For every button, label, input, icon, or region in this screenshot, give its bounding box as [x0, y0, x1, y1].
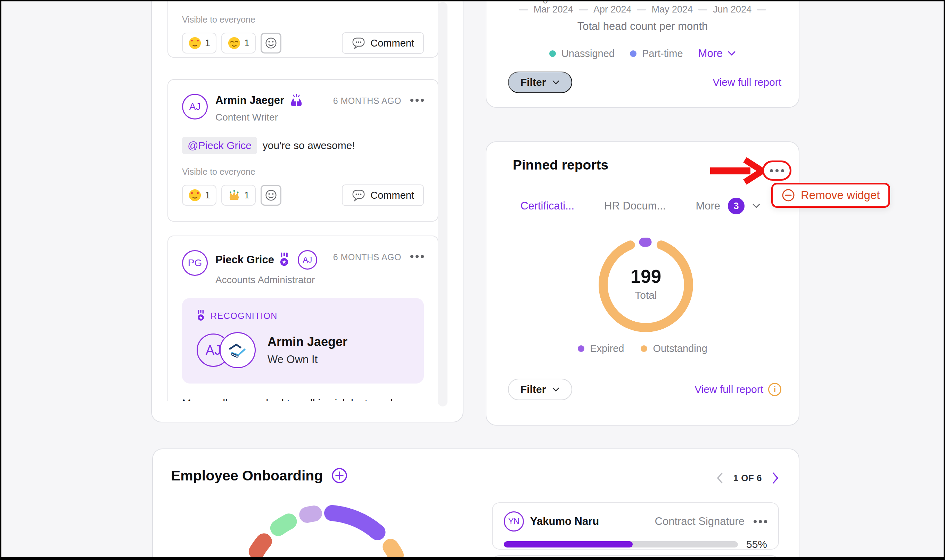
view-full-report-link[interactable]: View full report	[713, 77, 781, 88]
add-reaction-button[interactable]	[260, 33, 282, 54]
post-author-name[interactable]: Pieck Grice	[215, 254, 274, 266]
reaction-chip[interactable]: 1	[182, 185, 217, 206]
reaction-count: 1	[205, 38, 210, 49]
chevron-down-icon	[552, 387, 560, 392]
comment-button[interactable]: Comment	[342, 185, 424, 206]
relieved-face-emoji	[228, 37, 241, 50]
x-tick: Mar 2024	[534, 4, 573, 15]
employee-name[interactable]: Yakumo Naru	[530, 515, 599, 528]
onboarding-employee-card	[492, 555, 779, 557]
heart-eyes-emoji	[188, 37, 202, 50]
feed-post-cut: Visible to everyone 1 1	[168, 2, 439, 58]
recognition-value: We Own It	[268, 353, 348, 366]
tabs-more-dropdown[interactable]: More 3	[696, 198, 760, 214]
add-reaction-button[interactable]	[260, 185, 282, 206]
legend-dot	[641, 345, 647, 352]
add-circle-icon[interactable]	[331, 467, 348, 484]
minus-circle-icon	[781, 188, 795, 202]
onboarding-stage: Contract Signature	[655, 515, 745, 528]
remove-widget-menu-item[interactable]: Remove widget	[771, 183, 890, 208]
legend-dot	[578, 345, 584, 352]
dashboard-page: Visible to everyone 1 1	[2, 2, 943, 557]
post-timestamp: 6 MONTHS AGO	[333, 96, 401, 106]
post-timestamp: 6 MONTHS AGO	[333, 252, 401, 262]
tab-certifications[interactable]: Certificati...	[520, 200, 574, 212]
reaction-count: 1	[244, 190, 249, 201]
recognition-card: RECOGNITION AJ Armin Jaeger We Own It	[182, 298, 424, 383]
feed-scroll-viewport[interactable]: Visible to everyone 1 1	[152, 2, 439, 401]
screenshot-frame: Visible to everyone 1 1	[0, 0, 945, 560]
annotation-arrow	[710, 157, 767, 185]
onboarding-employee-card: YN Yakumo Naru Contract Signature 55%	[492, 502, 779, 549]
progress-fill	[504, 541, 633, 548]
progress-bar	[504, 541, 738, 548]
widget-menu-button[interactable]	[762, 160, 791, 181]
legend-item[interactable]: Unassigned	[549, 48, 615, 59]
reaction-chip[interactable]: 1	[221, 33, 256, 54]
tab-hr-documents[interactable]: HR Docum...	[604, 200, 666, 212]
raising-hands-icon	[289, 94, 304, 107]
reaction-count: 1	[244, 38, 249, 49]
x-tick: Apr 2024	[593, 4, 632, 15]
heart-eyes-emoji	[188, 189, 202, 202]
post-author-role: Content Writer	[215, 112, 304, 123]
visibility-label: Visible to everyone	[182, 167, 424, 177]
comment-label: Comment	[370, 190, 414, 201]
filter-button[interactable]: Filter	[508, 72, 572, 93]
chart-legend: Unassigned Part-time More	[486, 47, 799, 60]
donut-legend: Expired Outstanding	[486, 343, 799, 354]
avatar[interactable]: AJ	[182, 94, 208, 120]
view-full-report-link[interactable]: View full report i	[694, 383, 781, 396]
reaction-count: 1	[205, 190, 210, 201]
legend-item[interactable]: Expired	[578, 343, 624, 354]
post-author-role: Accounts Administrator	[215, 274, 317, 286]
pagination: 1 OF 6	[716, 472, 779, 484]
remove-widget-label: Remove widget	[801, 189, 880, 202]
employee-menu-button[interactable]	[754, 520, 767, 523]
reaction-chip[interactable]: 1	[221, 185, 256, 206]
chevron-left-icon[interactable]	[716, 472, 724, 484]
chevron-right-icon[interactable]	[772, 472, 779, 484]
peer-avatar[interactable]: AJ	[298, 250, 317, 269]
feed-scrollbar[interactable]	[438, 2, 448, 406]
post-author-name[interactable]: Armin Jaeger	[215, 94, 284, 107]
comment-label: Comment	[370, 37, 414, 49]
feed-post-armin: AJ Armin Jaeger Content Writer 6 MONTHS …	[168, 79, 439, 222]
post-message: Many colleagues had to call in sick last…	[182, 397, 424, 401]
legend-more-dropdown[interactable]: More	[698, 47, 736, 60]
smiley-add-icon	[265, 189, 277, 202]
legend-item[interactable]: Part-time	[630, 48, 683, 59]
medal-icon	[279, 252, 289, 267]
reaction-chip[interactable]: 1	[182, 33, 217, 54]
donut-total-label: Total	[593, 289, 699, 301]
more-count-badge: 3	[728, 198, 745, 214]
handshake-icon	[226, 339, 249, 361]
comment-button[interactable]: Comment	[342, 32, 424, 54]
recognized-person: Armin Jaeger	[268, 335, 348, 349]
legend-item[interactable]: Outstanding	[641, 343, 707, 354]
mention-link[interactable]: @Pieck Grice	[182, 137, 257, 154]
donut-total-value: 199	[593, 266, 699, 287]
headcount-widget: 0 Mar 2024 Apr 2024 May 2024 Jun 2024 To…	[486, 2, 799, 108]
legend-dot	[630, 50, 637, 57]
employee-onboarding-widget: Employee Onboarding 1 OF 6 YN Yakumo N	[152, 448, 799, 557]
x-axis: Mar 2024 Apr 2024 May 2024 Jun 2024	[486, 4, 799, 15]
onboarding-gauge-chart	[221, 483, 429, 557]
progress-percent: 55%	[746, 538, 767, 550]
feed-post-pieck: PG Pieck Grice AJ Accounts Administrator…	[168, 235, 439, 401]
avatar: YN	[504, 511, 524, 532]
post-message: you're so awesome!	[263, 140, 355, 151]
chart-title: Total head count per month	[486, 20, 799, 33]
visibility-label: Visible to everyone	[182, 15, 424, 25]
x-tick: Jun 2024	[713, 4, 751, 15]
comment-bubble-icon	[352, 189, 365, 202]
filter-button[interactable]: Filter	[508, 378, 572, 400]
crown-emoji	[228, 189, 241, 202]
post-menu-button[interactable]	[410, 98, 424, 102]
shoutouts-feed-panel: Visible to everyone 1 1	[151, 2, 463, 422]
widget-title: Pinned reports	[513, 157, 608, 173]
recognition-label: RECOGNITION	[211, 311, 278, 321]
comment-bubble-icon	[352, 37, 365, 49]
post-menu-button[interactable]	[410, 255, 424, 258]
avatar[interactable]: PG	[182, 250, 208, 276]
